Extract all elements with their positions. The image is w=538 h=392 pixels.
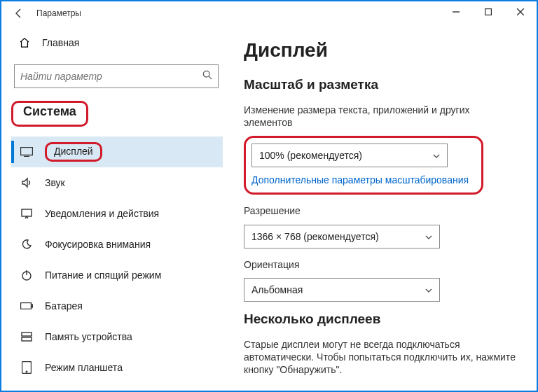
search-field[interactable] [20,71,202,82]
orientation-value: Альбомная [251,284,303,295]
nav-label: Фокусировка внимания [45,239,151,250]
resolution-dropdown[interactable]: 1366 × 768 (рекомендуется) [244,225,440,248]
window-title: Параметры [36,8,81,18]
notifications-icon [20,208,34,219]
svg-rect-8 [22,337,32,341]
chevron-down-icon [425,286,432,294]
tablet-icon [20,361,34,374]
search-input[interactable] [14,64,219,88]
close-button[interactable] [504,1,537,22]
home-icon [18,37,31,48]
nav-label: Батарея [45,300,83,312]
sound-icon [20,177,34,188]
svg-rect-2 [21,148,33,155]
search-icon [202,70,212,83]
nav-label: Режим планшета [45,362,123,373]
power-icon [20,270,34,281]
nav-item-tablet[interactable]: Режим планшета [11,352,223,383]
sidebar: Главная Система Дисплей Звук Уведомления… [1,25,233,391]
resolution-label: Разрешение [244,204,517,217]
titlebar: Параметры [1,1,537,25]
chevron-down-icon [425,232,432,241]
chevron-down-icon [433,151,440,160]
category-header: Система [11,101,223,127]
storage-icon [20,331,34,342]
orientation-label: Ориентация [244,258,517,271]
nav-item-storage[interactable]: Память устройства [11,321,223,352]
nav-item-display[interactable]: Дисплей [11,136,223,167]
nav-label: Уведомления и действия [45,208,159,219]
nav-list: Дисплей Звук Уведомления и действия Фоку… [11,136,223,383]
nav-item-notifications[interactable]: Уведомления и действия [11,198,223,229]
window-controls [440,1,537,22]
svg-rect-0 [485,9,492,15]
svg-rect-5 [21,303,32,309]
section-scale: Масштаб и разметка [244,77,517,92]
nav-item-power[interactable]: Питание и спящий режим [11,260,223,290]
category-label: Система [19,104,81,122]
advanced-scaling-link[interactable]: Дополнительные параметры масштабирования [251,174,469,186]
multi-description: Старые дисплеи могут не всегда подключат… [244,338,517,377]
minimize-button[interactable] [440,1,472,22]
nav-item-battery[interactable]: Батарея [11,290,223,321]
home-link[interactable]: Главная [11,29,223,56]
svg-rect-3 [22,209,32,216]
nav-label: Дисплей [54,146,93,157]
nav-label: Питание и спящий режим [45,270,161,281]
display-icon [20,147,34,157]
scale-value: 100% (рекомендуется) [259,150,362,161]
svg-rect-6 [32,304,33,307]
nav-label: Звук [45,177,65,188]
main-content: Дисплей Масштаб и разметка Изменение раз… [233,25,537,391]
scale-description: Изменение размера текста, приложений и д… [244,104,517,129]
nav-label: Память устройства [45,331,132,342]
back-button[interactable] [8,3,29,24]
home-label: Главная [42,37,79,48]
svg-point-1 [203,71,209,77]
battery-icon [20,302,34,309]
scale-highlight: 100% (рекомендуется) Дополнительные пара… [244,136,483,195]
svg-point-10 [26,371,27,372]
section-multi: Несколько дисплеев [244,312,517,327]
nav-item-sound[interactable]: Звук [11,167,223,198]
page-title: Дисплей [244,39,517,62]
nav-item-focus[interactable]: Фокусировка внимания [11,229,223,260]
resolution-value: 1366 × 768 (рекомендуется) [251,231,379,242]
maximize-button[interactable] [472,1,504,22]
svg-rect-7 [22,332,32,336]
orientation-dropdown[interactable]: Альбомная [244,278,440,302]
scale-dropdown[interactable]: 100% (рекомендуется) [251,144,448,167]
focus-icon [20,239,34,250]
